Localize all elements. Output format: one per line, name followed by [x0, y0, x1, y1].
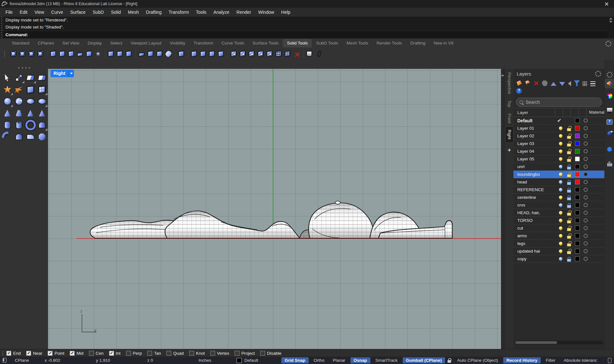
layer-name[interactable]: Default — [513, 118, 556, 123]
checkbox-icon[interactable] — [126, 351, 131, 356]
menu-render[interactable]: Render — [233, 8, 255, 17]
layer-visibility-bulb-icon[interactable] — [559, 242, 562, 245]
move-control-point-icon[interactable] — [13, 72, 25, 84]
layer-visibility-bulb-icon[interactable] — [559, 188, 562, 191]
osnap-grip-handle[interactable] — [1, 351, 4, 356]
layer-row-layer-02[interactable]: Layer 02 — [513, 132, 604, 140]
layer-name[interactable]: unrl — [513, 164, 556, 169]
palette-grip-dots[interactable] — [0, 67, 48, 70]
layer-material-icon[interactable] — [584, 234, 588, 238]
checkbox-icon[interactable] — [26, 351, 31, 356]
boolean-difference-icon[interactable] — [18, 49, 27, 59]
menu-curve[interactable]: Curve — [48, 8, 67, 17]
layer-lock-icon[interactable] — [567, 249, 571, 254]
layer-lock-icon[interactable] — [567, 149, 571, 154]
trim-icon[interactable] — [25, 72, 36, 84]
add-viewport-button[interactable]: + — [508, 147, 511, 153]
match-layer-icon[interactable] — [542, 80, 548, 86]
status-toggle-gumball-cplane[interactable]: Gumball (CPlane) — [403, 357, 445, 363]
checkbox-icon[interactable] — [260, 351, 265, 356]
panel-toggle-icon[interactable] — [3, 358, 6, 363]
checkbox-icon[interactable] — [189, 351, 194, 356]
osnap-knot[interactable]: Knot — [189, 351, 205, 356]
menu-edit[interactable]: Edit — [16, 8, 31, 17]
layer-row-torso[interactable]: TORSO — [513, 217, 604, 224]
toolbar-tab-render-tools[interactable]: Render Tools — [372, 39, 406, 47]
boolean-split-icon[interactable] — [36, 49, 45, 59]
layer-color-swatch[interactable] — [575, 164, 580, 169]
viewport-tab-perspective[interactable]: Perspective — [505, 69, 513, 97]
layer-color-swatch[interactable] — [575, 241, 580, 246]
layer-name[interactable]: Layer 02 — [513, 133, 556, 138]
layer-lock-icon[interactable] — [567, 257, 571, 261]
layer-name[interactable]: copy — [513, 256, 556, 261]
layer-visibility-bulb-icon[interactable] — [559, 211, 562, 214]
ellipsoid-icon[interactable] — [25, 95, 36, 107]
layer-material-icon[interactable] — [584, 134, 588, 138]
select-pointer-icon[interactable] — [2, 72, 13, 84]
layer-name[interactable]: crvs — [513, 203, 556, 207]
layer-visibility-bulb-icon[interactable] — [559, 134, 562, 138]
sphere-control-points-icon[interactable] — [13, 95, 25, 107]
status-toggle-ortho[interactable]: Ortho — [311, 357, 328, 363]
layer-name[interactable]: HEAD, hair, — [513, 210, 556, 215]
pyramid-icon[interactable] — [25, 107, 36, 119]
osnap-near[interactable]: Near — [26, 351, 42, 356]
half-cylinder-icon[interactable] — [13, 131, 25, 143]
layers-gear-icon[interactable] — [595, 71, 601, 77]
command-prompt[interactable]: Command: — [3, 31, 608, 39]
layer-color-swatch[interactable] — [575, 210, 580, 215]
curved-slab-icon[interactable] — [25, 131, 36, 143]
layer-lock-icon[interactable] — [567, 180, 571, 184]
delete-hole-icon[interactable] — [292, 49, 301, 59]
layer-row-default[interactable]: Default✔ — [513, 117, 604, 125]
menu-drafting[interactable]: Drafting — [142, 8, 165, 17]
layer-material-icon[interactable] — [584, 241, 588, 246]
layer-name[interactable]: TORSO — [513, 218, 556, 223]
layer-color-swatch[interactable] — [575, 133, 580, 138]
toolbar-tab-set-view[interactable]: Set View — [58, 39, 84, 47]
toolbar-tab-solid-tools[interactable]: Solid Tools — [283, 39, 312, 47]
status-toggle-absolute-toleranc[interactable]: Absolute toleranc — [561, 357, 606, 363]
wirecut-icon[interactable] — [164, 49, 173, 59]
status-toggle-planar[interactable]: Planar — [330, 357, 349, 363]
layer-name[interactable]: head — [513, 180, 556, 184]
layers-horizontal-scrollbar[interactable] — [515, 341, 603, 344]
shell-solid-icon[interactable] — [146, 49, 155, 59]
toolbar-tab-transform[interactable]: Transform — [190, 39, 217, 47]
box-icon[interactable] — [25, 84, 36, 95]
pyramid-alt-icon[interactable] — [36, 107, 48, 119]
cylinder-icon[interactable] — [2, 119, 13, 131]
menu-help[interactable]: Help — [278, 8, 294, 17]
layer-lock-icon[interactable] — [567, 142, 571, 146]
offset-surface-icon[interactable] — [137, 49, 146, 59]
osnap-mid[interactable]: Mid — [70, 351, 84, 356]
revolve-hole-icon[interactable] — [265, 49, 274, 59]
viewport-title-badge[interactable]: Right — [51, 70, 74, 77]
split-face-icon[interactable] — [207, 49, 216, 59]
layer-material-icon[interactable] — [584, 257, 588, 261]
layer-visibility-bulb-icon[interactable] — [559, 126, 562, 130]
layer-color-swatch[interactable] — [575, 149, 580, 154]
settings-gear-icon[interactable] — [605, 70, 614, 79]
tube-icon[interactable] — [13, 119, 25, 131]
materials-wheel-icon[interactable] — [605, 91, 614, 101]
toolbar-tab-display[interactable]: Display — [84, 39, 106, 47]
layer-name[interactable]: updated hai — [513, 249, 556, 254]
checkbox-icon[interactable] — [6, 351, 11, 356]
status-toggle-smarttrack[interactable]: SmartTrack — [372, 357, 401, 363]
push-pull-icon[interactable] — [314, 49, 323, 59]
tools-menu-icon[interactable] — [590, 81, 595, 86]
layer-name[interactable]: centerline — [513, 195, 556, 200]
menu-view[interactable]: View — [31, 8, 48, 17]
osnap-quad[interactable]: Quad — [166, 351, 184, 356]
status-panel-icon[interactable] — [608, 358, 611, 363]
layer-material-icon[interactable] — [584, 195, 588, 199]
checkbox-icon[interactable] — [48, 351, 53, 356]
move-down-icon[interactable] — [559, 82, 565, 86]
rotate-face-icon[interactable] — [216, 49, 225, 59]
checkbox-icon[interactable] — [89, 351, 94, 356]
help-panel-icon[interactable] — [605, 117, 614, 127]
menu-solid[interactable]: Solid — [107, 8, 124, 17]
layer-material-icon[interactable] — [584, 142, 588, 146]
